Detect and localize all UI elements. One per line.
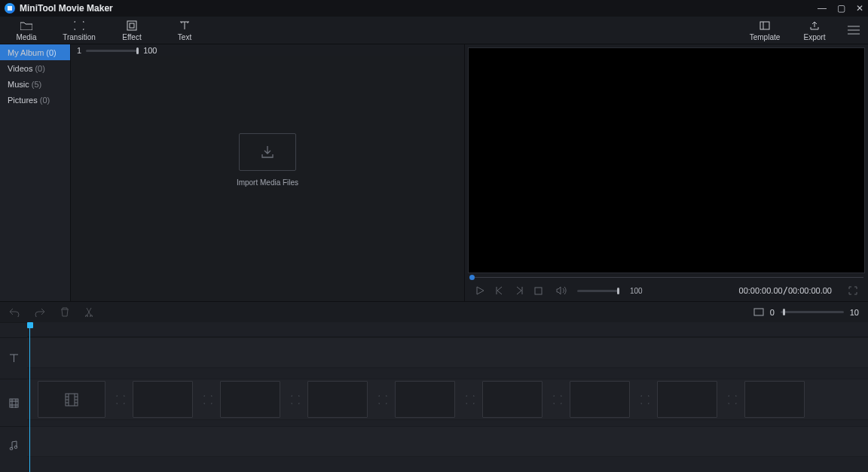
svg-rect-7 xyxy=(10,399,18,407)
hamburger-icon xyxy=(848,26,860,35)
main-toolbar: Media Transition Effect Text Template Ex… xyxy=(0,17,868,44)
media-drop-area[interactable]: Import Media Files xyxy=(71,56,464,301)
audio-track-icon xyxy=(0,426,27,463)
zoom-min-label: 1 xyxy=(77,46,81,55)
fullscreen-button[interactable] xyxy=(848,286,857,295)
empty-clip-slot[interactable] xyxy=(395,381,455,418)
svg-rect-1 xyxy=(130,23,134,28)
text-icon xyxy=(179,19,190,32)
timeline-zoom-max: 10 xyxy=(850,308,859,317)
template-icon xyxy=(760,19,770,32)
app-title: MiniTool Movie Maker xyxy=(20,3,113,14)
next-frame-button[interactable] xyxy=(515,286,524,295)
sidebar-item-videos[interactable]: Videos (0) xyxy=(0,60,70,76)
split-button[interactable] xyxy=(84,307,93,317)
title-bar: MiniTool Movie Maker — ▢ ✕ xyxy=(0,0,868,17)
audio-track-lane[interactable] xyxy=(27,426,868,457)
scrubber-playhead-icon[interactable] xyxy=(469,275,475,280)
svg-rect-2 xyxy=(760,22,769,29)
stop-button[interactable] xyxy=(534,287,542,295)
empty-clip-slot[interactable] xyxy=(570,381,630,418)
sidebar-item-music[interactable]: Music (5) xyxy=(0,76,70,92)
thumbnail-zoom-row: 1 100 xyxy=(71,44,464,56)
transition-slot-icon xyxy=(727,395,738,404)
thumbnail-zoom-slider[interactable] xyxy=(86,50,139,52)
transition-slot-icon xyxy=(203,395,213,404)
time-display: 00:00:00.00/00:00:00.00 xyxy=(739,285,832,296)
empty-clip-slot[interactable] xyxy=(657,381,717,418)
volume-value: 100 xyxy=(630,287,643,295)
timeline-toolbar: 0 10 xyxy=(0,301,868,322)
transition-slot-icon xyxy=(465,395,475,404)
media-panel: 1 100 Import Media Files xyxy=(71,44,464,301)
import-label: Import Media Files xyxy=(237,178,298,187)
window-minimize-button[interactable]: — xyxy=(818,3,827,14)
zoom-max-label: 100 xyxy=(143,46,157,55)
tab-text[interactable]: Text xyxy=(158,17,211,44)
sidebar-item-my-album[interactable]: My Album (0) xyxy=(0,44,70,60)
empty-clip-slot[interactable] xyxy=(133,381,193,418)
sidebar-item-pictures[interactable]: Pictures (0) xyxy=(0,92,70,108)
effect-icon xyxy=(127,19,137,32)
transition-slot-icon xyxy=(115,395,126,404)
transition-slot-icon xyxy=(640,395,650,404)
timeline-zoom-min: 0 xyxy=(770,308,775,317)
tab-effect[interactable]: Effect xyxy=(105,17,158,44)
svg-rect-3 xyxy=(535,288,542,294)
window-maximize-button[interactable]: ▢ xyxy=(837,3,845,14)
text-track-lane[interactable] xyxy=(27,337,868,368)
export-button[interactable]: Export xyxy=(790,17,839,44)
video-preview[interactable] xyxy=(468,47,865,273)
redo-button[interactable] xyxy=(35,308,45,317)
app-logo-icon xyxy=(5,3,15,14)
transition-icon xyxy=(73,19,85,32)
video-track-icon xyxy=(0,379,27,426)
volume-slider[interactable] xyxy=(577,290,619,292)
import-box[interactable] xyxy=(239,133,296,171)
delete-button[interactable] xyxy=(60,307,69,317)
play-button[interactable] xyxy=(475,286,484,295)
window-close-button[interactable]: ✕ xyxy=(856,3,863,14)
timeline-tracks[interactable] xyxy=(27,322,868,472)
media-library-sidebar: My Album (0) Videos (0) Music (5) Pictur… xyxy=(0,44,71,301)
transition-slot-icon xyxy=(552,395,563,404)
preview-panel: 100 00:00:00.00/00:00:00.00 xyxy=(464,44,868,301)
import-download-icon xyxy=(260,145,275,159)
preview-scrubber[interactable] xyxy=(469,276,863,280)
tab-media[interactable]: Media xyxy=(0,17,53,44)
timeline-playhead[interactable] xyxy=(29,322,30,472)
video-track-lane[interactable] xyxy=(27,379,868,420)
svg-rect-6 xyxy=(754,309,763,315)
empty-clip-slot[interactable] xyxy=(744,381,805,418)
empty-clip-slot[interactable] xyxy=(220,381,280,418)
transition-slot-icon xyxy=(377,395,388,404)
folder-icon xyxy=(20,19,32,32)
text-track-icon xyxy=(0,337,27,379)
template-button[interactable]: Template xyxy=(740,17,790,44)
filmstrip-icon xyxy=(65,393,78,407)
empty-clip-slot[interactable] xyxy=(38,381,105,418)
speaker-icon xyxy=(556,286,567,295)
svg-rect-0 xyxy=(127,21,136,30)
empty-clip-slot[interactable] xyxy=(307,381,368,418)
empty-clip-slot[interactable] xyxy=(482,381,542,418)
timeline-panel xyxy=(0,322,868,472)
tab-transition[interactable]: Transition xyxy=(53,17,105,44)
menu-button[interactable] xyxy=(839,26,868,35)
volume-control[interactable] xyxy=(556,286,567,295)
timeline-ruler[interactable] xyxy=(27,322,868,337)
fit-to-screen-button[interactable] xyxy=(753,308,764,316)
transition-slot-icon xyxy=(290,395,301,404)
timeline-zoom-slider[interactable] xyxy=(781,311,844,313)
export-icon xyxy=(809,19,820,32)
undo-button[interactable] xyxy=(9,308,20,317)
prev-frame-button[interactable] xyxy=(495,286,504,295)
